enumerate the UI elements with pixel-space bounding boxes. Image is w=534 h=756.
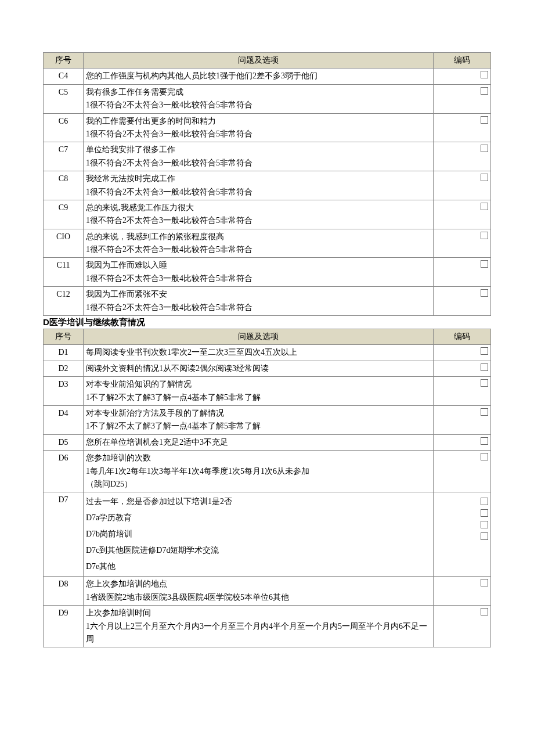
row-seq: C8 [44,171,84,200]
row-code [434,434,491,450]
question-line: 您的工作强度与机构内其他人员比较1强于他们2差不多3弱于他们 [86,70,431,82]
checkbox-icon[interactable] [481,608,488,615]
row-seq: D8 [44,577,84,606]
row-question: 总的来说,我感觉工作压力很大1很不符合2不太符合3一般4比较符合5非常符合 [84,200,434,229]
row-seq: D6 [44,451,84,492]
header-question: 问题及选项 [84,53,434,69]
checkbox-icon[interactable] [481,116,488,124]
checkbox-icon[interactable] [481,532,488,540]
checkbox-icon[interactable] [481,71,488,78]
question-line: 1很不符合2不太符合3一般4比较符合5非常符合 [86,186,431,199]
row-code [434,258,491,287]
table-row: D6您参加培训的次数1每几年1次2每年1次3每半年1次4每季度1次5每月1次6从… [44,451,491,492]
row-seq: C5 [44,84,84,113]
row-code [434,171,491,200]
row-question: 我经常无法按时完成工作1很不符合2不太符合3一般4比较符合5非常符合 [84,171,434,200]
row-code [434,361,491,376]
checkbox-icon[interactable] [481,408,488,416]
question-line: 1很不符合2不太符合3一般4比较符合5非常符合 [86,243,431,256]
row-code [434,345,491,361]
question-line: 1很不符合2不太符合3一般4比较符合5非常符合 [86,157,431,170]
checkbox-icon[interactable] [481,347,488,355]
table-row: CIO总的来说，我感到工作的紧张程度很高1很不符合2不太符合3一般4比较符合5非… [44,229,491,258]
row-question: 阅读外文资料的情况1从不阅读2偶尔阅读3经常阅读 [84,361,434,376]
header-question: 问题及选项 [84,329,434,345]
table-row: C6我的工作需要付出更多的时间和精力1很不符合2不太符合3一般4比较符合5非常符… [44,113,491,142]
table-row: C5我有很多工作任务需要完成1很不符合2不太符合3一般4比较符合5非常符合 [44,84,491,113]
row-question: 您上次参加培训的地点1省级医院2地市级医院3县级医院4医学院校5本单位6其他 [84,577,434,606]
question-line: 您所在单位培训机会1充足2适中3不充足 [86,436,431,449]
row-question: 对本专业前沿知识的了解情况1不了解2不太了解3了解一点4基本了解5非常了解 [84,377,434,406]
question-line: 每周阅读专业书刊次数1零次2一至二次3三至四次4五次以上 [86,346,431,359]
row-question: 单位给我安排了很多工作1很不符合2不太符合3一般4比较符合5非常符合 [84,142,434,171]
question-line: 阅读外文资料的情况1从不阅读2偶尔阅读3经常阅读 [86,362,431,375]
checkbox-icon[interactable] [481,498,488,505]
row-seq: D1 [44,345,84,361]
checkbox-icon[interactable] [481,453,488,460]
section-d-title: D医学培训与继续教育情况 [43,317,491,328]
row-seq: C9 [44,200,84,229]
row-seq: C6 [44,113,84,142]
table-row: C11我因为工作而难以入睡1很不符合2不太符合3一般4比较符合5非常符合 [44,258,491,287]
row-seq: C7 [44,142,84,171]
question-line: 我的工作需要付出更多的时间和精力 [86,115,431,128]
checkbox-icon[interactable] [481,203,488,210]
question-line: D7a学历教育 [86,510,431,526]
question-line: 单位给我安排了很多工作 [86,143,431,156]
row-seq: D2 [44,361,84,376]
table-row: D5您所在单位培训机会1充足2适中3不充足 [44,434,491,450]
checkbox-icon[interactable] [481,521,488,528]
question-line: D7b岗前培训 [86,526,431,542]
row-code [434,577,491,606]
header-code: 编码 [434,53,491,69]
header-seq: 序号 [44,329,84,345]
row-question: 上次参加培训时间1六个月以上2三个月至六个月内3一个月至三个月内4半个月至一个月… [84,606,434,647]
row-question: 我因为工作而紧张不安1很不符合2不太符合3一般4比较符合5非常符合 [84,287,434,316]
checkbox-icon[interactable] [481,379,488,387]
question-line: 1不了解2不太了解3了解一点4基本了解5非常了解 [86,391,431,404]
row-question: 我有很多工作任务需要完成1很不符合2不太符合3一般4比较符合5非常符合 [84,84,434,113]
question-line: D7c到其他医院进修D7d短期学术交流 [86,542,431,559]
question-line: 过去一年，您是否参加过以下培训1是2否 [86,494,431,510]
checkbox-icon[interactable] [481,232,488,239]
question-line: 1很不符合2不太符合3一般4比较符合5非常符合 [86,301,431,314]
checkbox-icon[interactable] [481,579,488,586]
row-code [434,229,491,258]
checkbox-icon[interactable] [481,289,488,297]
questionnaire-table-c: 序号 问题及选项 编码 C4您的工作强度与机构内其他人员比较1强于他们2差不多3… [43,52,491,316]
checkbox-icon[interactable] [481,260,488,268]
row-code [434,606,491,647]
row-code [434,492,491,577]
row-question: 您的工作强度与机构内其他人员比较1强于他们2差不多3弱于他们 [84,69,434,84]
table-header-row: 序号 问题及选项 编码 [44,329,491,345]
question-line: 1很不符合2不太符合3一般4比较符合5非常符合 [86,99,431,111]
row-code [434,69,491,84]
question-line: 我经常无法按时完成工作 [86,172,431,185]
table-row: D4对本专业新治疗方法及手段的了解情况1不了解2不太了解3了解一点4基本了解5非… [44,405,491,434]
table-row: D3对本专业前沿知识的了解情况1不了解2不太了解3了解一点4基本了解5非常了解 [44,377,491,406]
row-question: 过去一年，您是否参加过以下培训1是2否D7a学历教育D7b岗前培训D7c到其他医… [84,492,434,577]
table-row: D9上次参加培训时间1六个月以上2三个月至六个月内3一个月至三个月内4半个月至一… [44,606,491,647]
checkbox-icon[interactable] [481,437,488,445]
question-line: 1不了解2不太了解3了解一点4基本了解5非常了解 [86,420,431,433]
question-line: D7e其他 [86,559,431,575]
checkbox-icon[interactable] [481,174,488,181]
question-line: 您参加培训的次数 [86,452,431,465]
row-code [434,451,491,492]
table-row: C8我经常无法按时完成工作1很不符合2不太符合3一般4比较符合5非常符合 [44,171,491,200]
row-question: 您参加培训的次数1每几年1次2每年1次3每半年1次4每季度1次5每月1次6从未参… [84,451,434,492]
checkbox-icon[interactable] [481,509,488,517]
question-line: 我因为工作而紧张不安 [86,288,431,301]
question-line: 1每几年1次2每年1次3每半年1次4每季度1次5每月1次6从未参加 [86,465,431,478]
checkbox-icon[interactable] [481,87,488,95]
questionnaire-table-d: 序号 问题及选项 编码 D1每周阅读专业书刊次数1零次2一至二次3三至四次4五次… [43,329,491,647]
row-seq: D4 [44,405,84,434]
checkbox-icon[interactable] [481,363,488,371]
row-code [434,142,491,171]
row-code [434,113,491,142]
table-row: C4您的工作强度与机构内其他人员比较1强于他们2差不多3弱于他们 [44,69,491,84]
header-seq: 序号 [44,53,84,69]
checkbox-icon[interactable] [481,145,488,152]
row-question: 每周阅读专业书刊次数1零次2一至二次3三至四次4五次以上 [84,345,434,361]
row-question: 总的来说，我感到工作的紧张程度很高1很不符合2不太符合3一般4比较符合5非常符合 [84,229,434,258]
